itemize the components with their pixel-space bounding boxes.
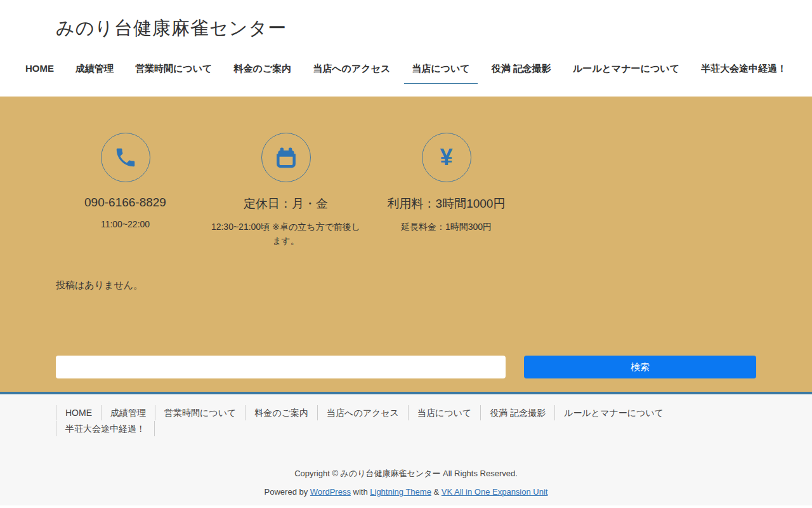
nav-item-hanchan[interactable]: 半荘大会途中経過！ [693,62,794,84]
footer-nav-hanchan[interactable]: 半荘大会途中経過！ [56,421,155,436]
footer-nav-home[interactable]: HOME [56,405,101,420]
site-footer: HOME 成績管理 営業時間について 料金のご案内 当店へのアクセス 当店につい… [0,394,812,505]
copyright-text: Copyright © みのり台健康麻雀センター All Rights Rese… [0,468,812,479]
calendar-icon-circle [261,133,311,182]
phone-number: 090-6166-8829 [45,196,206,210]
lightning-theme-link[interactable]: Lightning Theme [370,487,431,497]
phone-hours: 11:00~22:00 [45,218,206,232]
search-button[interactable]: 検索 [524,356,756,378]
nav-item-hours[interactable]: 営業時間について [128,62,219,84]
site-title[interactable]: みのり台健康麻雀センター [56,16,812,41]
powered-prefix: Powered by [265,487,308,497]
footer-nav-access[interactable]: 当店へのアクセス [317,405,408,420]
main-nav: HOME 成績管理 営業時間について 料金のご案内 当店へのアクセス 当店につい… [0,62,812,84]
nav-item-rules[interactable]: ルールとマナーについて [565,62,687,84]
site-header: みのり台健康麻雀センター HOME 成績管理 営業時間について 料金のご案内 当… [0,0,812,97]
powered-middle: with [353,487,368,497]
nav-item-yakuman[interactable]: 役満 記念撮影 [484,62,559,84]
feature-row: 090-6166-8829 11:00~22:00 定休日：月・金 12:30~… [45,97,756,248]
yen-icon: ¥ [440,146,452,169]
nav-item-price[interactable]: 料金のご案内 [226,62,299,84]
nav-item-seiseki[interactable]: 成績管理 [68,62,121,84]
feature-calendar: 定休日：月・金 12:30~21:00頃 ※卓の立ち方で前後します。 [206,133,366,248]
closed-days: 定休日：月・金 [206,196,366,212]
wordpress-link[interactable]: WordPress [310,487,351,497]
phone-icon-circle [101,133,150,182]
search-input[interactable] [56,356,506,378]
powered-amp: & [434,487,440,497]
footer-nav-about[interactable]: 当店について [408,405,480,420]
footer-nav-yakuman[interactable]: 役満 記念撮影 [480,405,554,420]
closed-days-note: 12:30~21:00頃 ※卓の立ち方で前後します。 [206,220,366,248]
footer-nav-price[interactable]: 料金のご案内 [245,405,317,420]
search-form: 検索 [56,356,756,378]
no-posts-message: 投稿はありません。 [56,279,756,291]
feature-fee: ¥ 利用料：3時間1000円 延長料金：1時間300円 [366,133,527,248]
nav-item-about[interactable]: 当店について [404,62,477,84]
footer-nav-rules[interactable]: ルールとマナーについて [554,405,672,420]
feature-phone: 090-6166-8829 11:00~22:00 [45,133,206,248]
nav-item-access[interactable]: 当店へのアクセス [305,62,398,84]
usage-fee: 利用料：3時間1000円 [366,196,527,212]
calendar-icon [274,145,298,170]
yen-icon-circle: ¥ [422,133,471,182]
powered-by-text: Powered by WordPress with Lightning Them… [0,487,812,497]
phone-icon [114,145,138,170]
footer-nav-seiseki[interactable]: 成績管理 [101,405,155,420]
nav-item-home[interactable]: HOME [18,62,62,83]
hero-section: 090-6166-8829 11:00~22:00 定休日：月・金 12:30~… [0,97,812,394]
extension-fee: 延長料金：1時間300円 [366,220,527,234]
footer-nav-hours[interactable]: 営業時間について [155,405,245,420]
footer-nav: HOME 成績管理 営業時間について 料金のご案内 当店へのアクセス 当店につい… [56,405,756,436]
vk-expansion-link[interactable]: VK All in One Expansion Unit [442,487,548,497]
